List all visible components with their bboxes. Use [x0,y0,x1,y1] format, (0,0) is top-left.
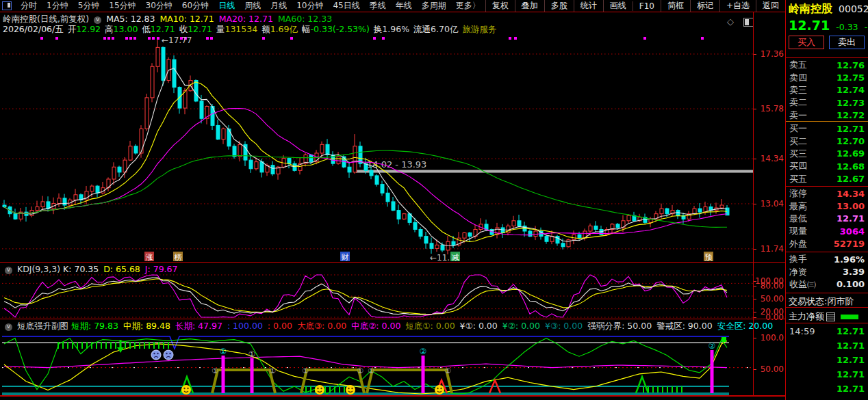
y-axis-label: 13.04 [754,199,784,209]
smiley-eye [437,388,438,389]
ask-row[interactable]: 卖四12.75 [786,71,868,83]
toolbar-item-5分钟[interactable]: 5分钟 [73,1,105,10]
candle-body [430,243,433,249]
candle-body [370,170,373,176]
ask-row[interactable]: 卖二12.73 [786,96,868,109]
sector-tag[interactable]: 旅游服务 [462,24,496,34]
candle-body [665,209,669,214]
candle-body [309,155,313,162]
tick-price: 12.71 [837,355,865,365]
toolbar-action-F10[interactable]: F10 [633,1,661,11]
smiley-icon [181,385,191,395]
toolbar-action-统计[interactable]: 统计 [574,0,603,12]
toolbar-item-分时[interactable]: 分时 [16,1,42,10]
diamond-icon[interactable]: ◇ [727,16,734,27]
ohlc-info-bar: 2026/02/06/五开12.92高13.00低12.71收12.71量131… [3,24,496,36]
bid-row[interactable]: 买四12.68 [786,160,868,172]
quote-divider-4 [786,293,868,293]
stat-row[interactable]: 最高13.00 [786,200,868,212]
bid-row[interactable]: 买二12.70 [786,135,868,147]
circled-mark: ① [269,366,276,375]
toolbar-action-标记[interactable]: 标记 [690,0,719,12]
bid-row-value: 12.67 [837,174,865,184]
signal-dot [107,37,110,40]
circled-mark: ① [444,366,451,375]
candle-body [528,231,532,237]
stat-row[interactable]: 换手1.96% [786,253,868,265]
stock-code: 000524 [839,3,868,14]
ask-row-value: 12.76 [837,60,865,70]
stat-row[interactable]: 收益㈢0.100 [786,278,868,291]
candle-body [534,231,537,237]
stat-row[interactable]: 最低12.71 [786,213,868,225]
y-axis-label: 50.00 [754,294,784,304]
toolbar-action-+自选[interactable]: +自选 [719,0,756,12]
tick-list[interactable]: 14:5912.7112.7112.7112.7112.7112.71 [786,324,868,400]
toolbar-item-多周期[interactable]: 多周期 [417,1,451,10]
toolbar-item-更多〉[interactable]: 更多〉 [451,1,485,10]
candle-body [660,209,663,214]
end-marker [722,337,726,342]
candle-body [249,160,253,169]
axis-divider [753,12,754,397]
signal-dot [514,37,517,40]
toolbar-action-简框[interactable]: 简框 [661,0,690,12]
stat-row[interactable]: 涨停14.34 [786,187,868,200]
toolbar-action-复权[interactable]: 复权 [485,0,515,12]
toolbar-item-45日线[interactable]: 45日线 [328,1,364,10]
ask-row[interactable]: 卖一12.72 [786,109,868,122]
sad-face-eye [153,353,155,354]
stat-row[interactable]: 净资3.39 [786,265,868,278]
ask-row[interactable]: 卖三12.74 [786,84,868,96]
stat-row-value: 12.71 [837,213,865,224]
candle-body [424,237,428,243]
kdj-collapse-icon[interactable]: v [5,267,12,274]
peak-label: ←17.77 [162,36,192,45]
stat-row[interactable]: 现量3064 [786,225,868,237]
toolbar-item-30分钟[interactable]: 30分钟 [141,1,177,10]
toolbar-item-周线[interactable]: 周线 [240,1,266,10]
signal-dot [643,37,646,40]
event-badge-text: 财 [342,253,349,262]
bid-row[interactable]: 买五12.67 [786,173,868,185]
toolbar-item-年线[interactable]: 年线 [391,1,417,10]
smiley-eye [320,388,322,389]
toolbar-item-1分钟[interactable]: 1分钟 [42,1,73,10]
tick-row[interactable]: 14:5912.71 [786,324,868,338]
toolbar-item-季线[interactable]: 季线 [365,1,391,10]
toolbar-item-15分钟[interactable]: 15分钟 [104,1,140,10]
tick-row[interactable]: 12.71 [786,382,868,396]
buy-button[interactable]: 买入 [789,36,824,49]
candle-body [572,235,576,240]
toolbar-item-60分钟[interactable]: 60分钟 [177,1,214,10]
toolbar-action-多股[interactable]: 多股 [544,0,574,12]
ask-row[interactable]: 卖五12.76 [786,59,868,71]
collapse-chevron-icon[interactable]: v [94,16,101,24]
candle-body [397,211,400,219]
bid-row[interactable]: 买一12.71 [786,122,868,135]
toolbar-item-日线[interactable]: 日线 [214,1,240,10]
layout-icon[interactable] [2,1,12,10]
smiley-eye [317,388,318,389]
signal-dot [290,37,293,40]
toolbar-item-月线[interactable]: 月线 [266,1,292,10]
window-split-icon[interactable] [743,18,754,27]
sub-collapse-icon[interactable]: v [5,323,12,331]
toolbar-action-返回[interactable]: 返回 [756,0,785,12]
toolbar-item-10分钟[interactable]: 10分钟 [292,1,328,10]
chart-canvas[interactable]: 14.02 - 13.93←17.77←11.64涨榜财减预①①①①①①①①②② [0,12,753,397]
signal-dot [206,37,209,40]
tick-row[interactable]: 12.71 [786,396,868,400]
toolbar-action-画线[interactable]: 画线 [603,0,633,12]
sell-button[interactable]: 卖出 [829,36,865,49]
candle-body [320,144,324,153]
bid-row-value: 12.68 [837,161,865,172]
bid-row[interactable]: 买三12.69 [786,148,868,160]
stat-row[interactable]: 外盘52719 [786,238,868,250]
tick-row[interactable]: 12.71 [786,353,868,367]
detail-list-icon[interactable] [826,312,835,321]
price-change-pct: -2.53% [865,22,868,32]
toolbar-action-叠加[interactable]: 叠加 [515,0,544,12]
tick-row[interactable]: 12.71 [786,367,868,382]
tick-row[interactable]: 12.71 [786,338,868,353]
